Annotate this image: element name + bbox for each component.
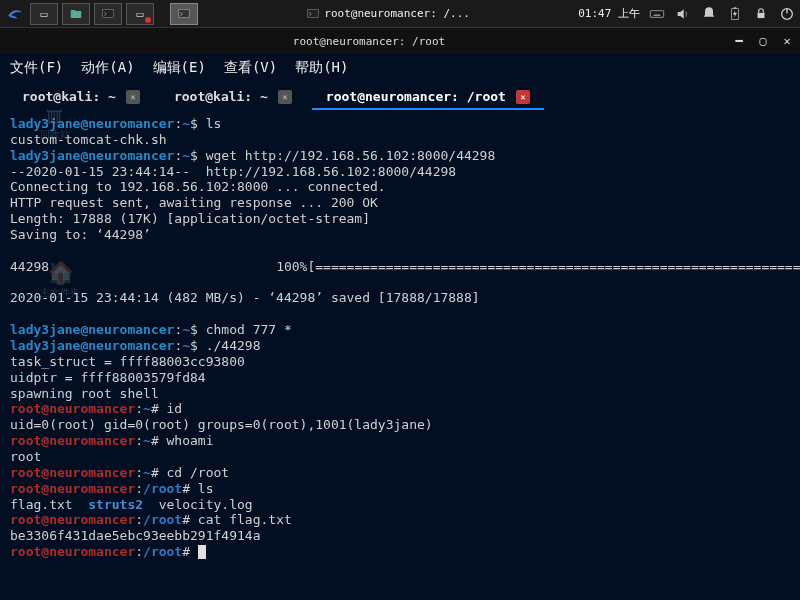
svg-rect-6 — [734, 7, 737, 8]
svg-rect-3 — [650, 10, 663, 17]
svg-rect-4 — [654, 14, 661, 15]
lock-icon[interactable] — [752, 5, 770, 23]
notification-icon[interactable] — [700, 5, 718, 23]
svg-rect-0 — [103, 9, 114, 17]
tab-1-close-icon[interactable]: ✕ — [278, 90, 292, 104]
menu-help[interactable]: 帮助(H) — [295, 59, 348, 77]
maximize-button[interactable]: ▢ — [756, 34, 770, 48]
panel-window-title[interactable]: root@neuromancer: /... — [306, 7, 470, 21]
menu-action[interactable]: 动作(A) — [81, 59, 134, 77]
taskbar-btn-files-icon[interactable] — [62, 3, 90, 25]
minimize-button[interactable]: ━ — [732, 34, 746, 48]
tab-2-close-icon[interactable]: ✕ — [516, 90, 530, 104]
svg-rect-2 — [308, 9, 319, 17]
clock[interactable]: 01:47 上午 — [578, 6, 640, 21]
taskbar-btn-1[interactable]: ▭ — [30, 3, 58, 25]
panel-right: 01:47 上午 — [578, 5, 796, 23]
svg-rect-9 — [786, 8, 787, 13]
svg-rect-7 — [758, 12, 765, 17]
system-panel: ▭ ▭ root@neuromancer: /... 01:47 上午 — [0, 0, 800, 28]
taskbar-btn-terminal-active-icon[interactable] — [170, 3, 198, 25]
svg-rect-1 — [179, 9, 190, 17]
window-titlebar[interactable]: root@neuromancer: /root ━ ▢ ✕ — [0, 28, 800, 54]
window-controls: ━ ▢ ✕ — [732, 34, 794, 48]
terminal-window: root@neuromancer: /root ━ ▢ ✕ 文件(F) 动作(A… — [0, 28, 800, 600]
cursor — [198, 545, 206, 559]
window-title: root@neuromancer: /root — [6, 35, 732, 48]
keyboard-icon[interactable] — [648, 5, 666, 23]
kali-logo-icon[interactable] — [4, 3, 26, 25]
tab-bar: root@kali: ~ ✕ root@kali: ~ ✕ root@neuro… — [0, 82, 800, 110]
panel-center: root@neuromancer: /... — [200, 7, 576, 21]
terminal-output[interactable]: 🗑回收站🏠主文件夹lady3jane@neuromancer:~$ ls cus… — [0, 110, 800, 600]
taskbar-btn-terminal-1-icon[interactable] — [94, 3, 122, 25]
battery-icon[interactable] — [726, 5, 744, 23]
menu-edit[interactable]: 编辑(E) — [153, 59, 206, 77]
power-icon[interactable] — [778, 5, 796, 23]
panel-window-title-text: root@neuromancer: /... — [324, 7, 470, 20]
tab-0[interactable]: root@kali: ~ ✕ — [8, 85, 154, 110]
taskbar-btn-record-icon[interactable]: ▭ — [126, 3, 154, 25]
menu-view[interactable]: 查看(V) — [224, 59, 277, 77]
tab-1-label: root@kali: ~ — [174, 89, 268, 104]
tab-1[interactable]: root@kali: ~ ✕ — [160, 85, 306, 110]
tab-2-label: root@neuromancer: /root — [326, 89, 506, 104]
tab-2[interactable]: root@neuromancer: /root ✕ — [312, 85, 544, 110]
terminal-icon — [306, 7, 320, 21]
close-button[interactable]: ✕ — [780, 34, 794, 48]
tab-0-close-icon[interactable]: ✕ — [126, 90, 140, 104]
tab-0-label: root@kali: ~ — [22, 89, 116, 104]
menu-file[interactable]: 文件(F) — [10, 59, 63, 77]
menubar: 文件(F) 动作(A) 编辑(E) 查看(V) 帮助(H) — [0, 54, 800, 82]
panel-left: ▭ ▭ — [4, 3, 198, 25]
volume-icon[interactable] — [674, 5, 692, 23]
